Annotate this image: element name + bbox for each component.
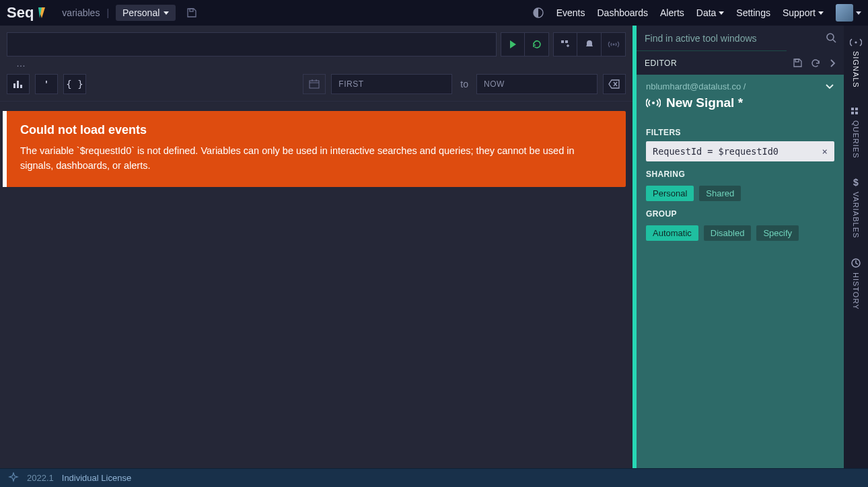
editor-collapse-icon[interactable] <box>829 59 836 68</box>
search-icon[interactable] <box>825 32 837 44</box>
signal-owner-row: nblumhardt@datalust.co / <box>637 75 844 91</box>
group-specify[interactable]: Specify <box>756 225 799 241</box>
status-bar: 2022.1 Individual License <box>0 468 868 487</box>
filter-remove-icon[interactable]: × <box>822 146 828 157</box>
group-label: GROUP <box>637 201 844 223</box>
save-workspace-icon[interactable] <box>186 7 197 18</box>
run-button[interactable] <box>501 32 525 57</box>
add-filter-icon <box>560 39 571 50</box>
create-alert-button[interactable] <box>577 32 602 57</box>
run-group <box>501 32 549 57</box>
workspace-label: Personal <box>122 7 159 18</box>
editor-undo-icon[interactable] <box>811 58 821 68</box>
svg-rect-2 <box>561 40 564 43</box>
refresh-button[interactable] <box>525 32 549 57</box>
top-nav-right: Events Dashboards Alerts Data Settings S… <box>532 4 861 22</box>
group-disabled[interactable]: Disabled <box>704 225 752 241</box>
add-filter-button[interactable] <box>553 32 577 57</box>
left-pane: … ' { } to Could not load events The var… <box>0 26 632 468</box>
svg-rect-18 <box>855 108 858 110</box>
signal-collapse-toggle[interactable] <box>825 83 834 90</box>
signal-icon <box>608 39 620 50</box>
nav-data[interactable]: Data <box>696 7 725 18</box>
user-menu[interactable] <box>836 4 861 22</box>
svg-line-13 <box>833 40 836 42</box>
editor-heading: EDITOR <box>645 59 785 68</box>
strip-variables[interactable]: $ VARIABLES <box>852 170 860 245</box>
chevron-down-icon <box>719 11 724 15</box>
nav-dashboards[interactable]: Dashboards <box>597 7 648 18</box>
strip-history[interactable]: HISTORY <box>851 251 861 317</box>
sharing-personal[interactable]: Personal <box>646 186 694 201</box>
clear-range-button[interactable] <box>603 74 626 94</box>
signal-owner: nblumhardt@datalust.co / <box>646 81 746 91</box>
surround-toggle-button[interactable]: ' <box>35 74 58 94</box>
query-input[interactable] <box>7 32 497 57</box>
tool-window-search-input[interactable] <box>637 26 787 51</box>
svg-rect-6 <box>17 81 19 88</box>
theme-toggle-icon[interactable] <box>532 7 544 19</box>
bar-chart-icon <box>13 79 24 89</box>
error-card: Could not load events The variable `$req… <box>3 111 626 187</box>
history-icon <box>851 258 861 268</box>
svg-rect-5 <box>13 83 15 88</box>
filter-expression[interactable]: RequestId = $requestId0 × <box>646 141 834 161</box>
toolbar-row: ' { } to <box>0 69 632 102</box>
range-to-label: to <box>458 79 471 89</box>
sparkle-icon[interactable] <box>8 472 19 483</box>
signal-name[interactable]: New Signal * <box>666 96 743 110</box>
svg-rect-19 <box>851 112 854 114</box>
nav-support-label: Support <box>783 7 816 18</box>
signal-title-row: New Signal * <box>637 91 844 120</box>
right-pane: EDITOR nblumhardt@datalust.co / <box>632 26 868 468</box>
editor-header: EDITOR <box>637 51 844 75</box>
strip-queries-label: QUERIES <box>852 120 860 159</box>
signal-icon <box>646 97 661 109</box>
sharing-shared[interactable]: Shared <box>699 186 741 201</box>
create-signal-button[interactable] <box>602 32 626 57</box>
strip-signals[interactable]: SIGNALS <box>850 31 862 95</box>
strip-queries[interactable]: QUERIES <box>851 100 861 165</box>
svg-rect-8 <box>310 81 319 88</box>
strip-variables-label: VARIABLES <box>852 192 860 238</box>
svg-point-15 <box>652 102 655 104</box>
logo-text: Seq <box>7 4 34 22</box>
license-label[interactable]: Individual License <box>62 473 131 483</box>
tool-window-strip: SIGNALS QUERIES $ VARIABLES HISTORY <box>844 26 868 468</box>
version-label[interactable]: 2022.1 <box>27 473 54 483</box>
editor-save-icon[interactable] <box>793 58 803 68</box>
strip-history-label: HISTORY <box>852 272 860 310</box>
play-icon <box>508 40 517 49</box>
query-overflow-indicator[interactable]: … <box>0 57 632 69</box>
editor-panel: EDITOR nblumhardt@datalust.co / <box>637 26 844 468</box>
nav-alerts[interactable]: Alerts <box>660 7 684 18</box>
range-from-input[interactable] <box>331 74 452 94</box>
nav-data-label: Data <box>696 7 717 18</box>
expand-json-button[interactable]: { } <box>63 74 86 94</box>
queries-icon <box>851 107 861 116</box>
svg-rect-7 <box>20 85 22 88</box>
filter-text: RequestId = $requestId0 <box>653 146 779 157</box>
error-title: Could not load events <box>20 123 612 137</box>
variables-icon: $ <box>853 177 859 188</box>
chevron-down-icon <box>856 11 861 15</box>
sharing-label: SHARING <box>637 161 844 183</box>
breadcrumb-item[interactable]: variables <box>62 7 100 18</box>
svg-point-12 <box>827 34 834 40</box>
logo[interactable]: Seq <box>7 4 46 22</box>
nav-support[interactable]: Support <box>783 7 824 18</box>
nav-events[interactable]: Events <box>556 7 585 18</box>
workspace-dropdown[interactable]: Personal <box>116 5 176 21</box>
group-automatic[interactable]: Automatic <box>646 225 698 241</box>
top-nav: Seq variables | Personal Events Dashboar… <box>0 0 868 26</box>
chart-toggle-button[interactable] <box>7 74 30 94</box>
backspace-icon <box>608 79 620 89</box>
bell-icon <box>584 39 595 50</box>
signal-icon <box>850 38 862 47</box>
calendar-button[interactable] <box>303 74 326 94</box>
nav-settings[interactable]: Settings <box>736 7 770 18</box>
svg-rect-14 <box>795 59 799 62</box>
calendar-icon <box>309 79 320 89</box>
range-to-input[interactable] <box>476 74 598 94</box>
query-row <box>0 26 632 57</box>
